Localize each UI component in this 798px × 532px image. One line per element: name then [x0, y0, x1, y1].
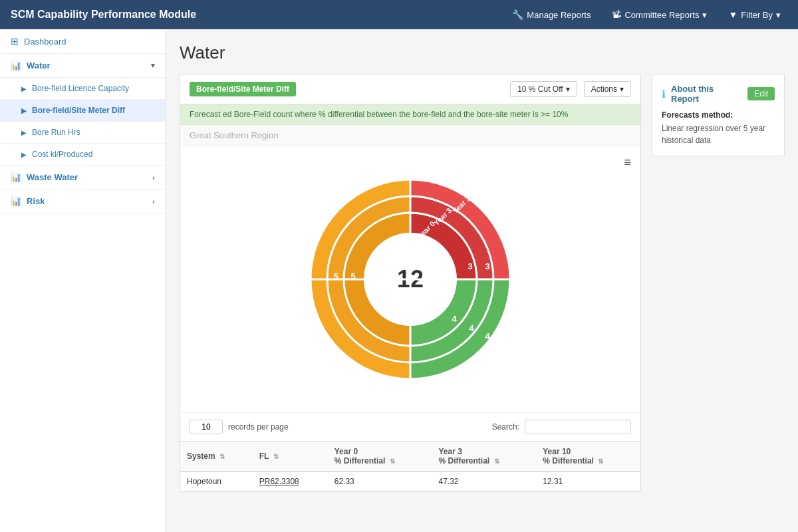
col-year10[interactable]: Year 10 % Differential ⇅ — [536, 442, 640, 472]
sidebar: ⊞ Dashboard 📊 Water ▾ ▶ Bore-field Licen… — [0, 29, 166, 532]
sort-icon: ⇅ — [390, 458, 395, 465]
sidebar-item-bore-field-site-meter[interactable]: ▶ Bore-field/Site Meter Diff — [0, 100, 166, 122]
info-icon: ℹ — [662, 88, 666, 100]
wrench-icon: 🔧 — [512, 9, 523, 20]
data-label-g-outer: 4 — [485, 331, 490, 341]
bullet-icon: ▶ — [21, 107, 27, 114]
sidebar-group-waste-water[interactable]: 📊 Waste Water ‹ — [0, 166, 166, 190]
search-input[interactable] — [525, 420, 631, 434]
records-per-page-label: records per page — [228, 422, 289, 432]
col-year3[interactable]: Year 3 % Differential ⇅ — [432, 442, 537, 472]
chevron-down-icon: ▾ — [776, 10, 781, 20]
report-description: Forecast ed Bore-Field count where % dif… — [180, 104, 640, 125]
table-controls: records per page Search: — [180, 412, 640, 441]
main-content: Water Bore-field/Site Meter Diff 10 % Cu… — [166, 29, 798, 532]
data-label-r-inner: 3 — [450, 263, 455, 273]
table-body: Hopetoun PR62.3308 62.33 47.32 12.31 — [180, 471, 640, 491]
sidebar-item-bore-field-licence[interactable]: ▶ Bore-field Licence Capacity — [0, 78, 166, 100]
table-row: Hopetoun PR62.3308 62.33 47.32 12.31 — [180, 471, 640, 491]
chevron-down-icon: ▾ — [566, 84, 570, 94]
sort-icon: ⇅ — [273, 453, 279, 460]
bullet-icon: ▶ — [21, 129, 27, 136]
sort-icon: ⇅ — [494, 458, 499, 465]
table-header-row: System ⇅ FL ⇅ Year 0 % Differential ⇅ Ye… — [180, 442, 640, 472]
data-label-r-outer: 3 — [485, 261, 489, 271]
dashboard-icon: ⊞ — [11, 36, 19, 47]
cutoff-button[interactable]: 10 % Cut Off ▾ — [510, 81, 577, 97]
forecast-method-text: Linear regression over 5 year historical… — [662, 122, 775, 146]
edit-button[interactable]: Edit — [747, 87, 775, 100]
chevron-icon: ‹ — [152, 174, 155, 182]
filter-icon: ▼ — [728, 9, 737, 20]
data-table: System ⇅ FL ⇅ Year 0 % Differential ⇅ Ye… — [180, 441, 640, 491]
records-per-page-input[interactable] — [190, 420, 223, 434]
info-card-header: ℹ About this Report Edit — [662, 84, 775, 104]
sort-icon: ⇅ — [219, 453, 225, 460]
bar-chart-icon: 📊 — [11, 61, 21, 70]
cell-year3: 47.32 — [432, 471, 537, 491]
chevron-icon: ‹ — [152, 198, 155, 205]
report-header: Bore-field/Site Meter Diff 10 % Cut Off … — [180, 74, 640, 104]
chevron-down-icon: ▾ — [151, 61, 155, 70]
manage-reports-button[interactable]: 🔧 Manage Reports — [505, 7, 597, 23]
forecast-method-title: Forecasts method: — [662, 110, 775, 120]
data-label-l-inner: 5 — [368, 271, 372, 281]
page-title: Water — [180, 43, 785, 63]
region-label: Great Southern Region — [180, 125, 640, 146]
sidebar-item-bore-run-hrs[interactable]: ▶ Bore Run Hrs — [0, 122, 166, 144]
bullet-icon: ▶ — [21, 151, 27, 158]
sidebar-item-cost-kl[interactable]: ▶ Cost kl/Produced — [0, 144, 166, 166]
bullet-icon: ▶ — [21, 85, 27, 92]
info-panel-title: About this Report — [671, 84, 742, 104]
data-label-g-middle: 4 — [469, 323, 474, 333]
cell-year0: 62.33 — [328, 471, 432, 491]
chart-container: ≡ — [180, 146, 640, 412]
chevron-down-icon: ▾ — [702, 10, 707, 20]
bar-chart-icon: 📊 — [11, 172, 21, 182]
committee-reports-button[interactable]: 📽 Committee Reports ▾ — [605, 7, 714, 23]
info-panel: ℹ About this Report Edit Forecasts metho… — [652, 74, 785, 492]
cell-fl[interactable]: PR62.3308 — [253, 471, 328, 491]
search-label: Search: — [492, 422, 519, 432]
sidebar-group-water[interactable]: 📊 Water ▾ — [0, 54, 166, 78]
bar-chart-icon: 📊 — [11, 196, 21, 206]
data-label-r-middle: 3 — [467, 261, 472, 271]
film-icon: 📽 — [612, 9, 621, 20]
actions-button[interactable]: Actions ▾ — [584, 81, 631, 97]
sort-icon: ⇅ — [598, 458, 603, 465]
chevron-down-icon: ▾ — [620, 84, 624, 94]
sidebar-item-dashboard[interactable]: ⊞ Dashboard — [0, 29, 166, 54]
donut-chart: 12 Year 10 Year 3 Year 0 3 3 — [291, 160, 530, 399]
top-navigation: SCM Capability Performance Module 🔧 Mana… — [0, 0, 798, 29]
chart-menu-icon[interactable]: ≡ — [624, 156, 631, 170]
data-label-l-outer: 5 — [333, 271, 338, 281]
col-fl[interactable]: FL ⇅ — [253, 442, 328, 472]
cell-year10: 12.31 — [536, 471, 640, 491]
sidebar-group-risk[interactable]: 📊 Risk ‹ — [0, 190, 166, 213]
info-card: ℹ About this Report Edit Forecasts metho… — [652, 74, 785, 156]
cell-system: Hopetoun — [180, 471, 253, 491]
data-label-g-inner: 4 — [452, 314, 457, 324]
filter-by-button[interactable]: ▼ Filter By ▾ — [722, 7, 787, 23]
data-label-l-middle: 5 — [350, 271, 355, 281]
report-card: Bore-field/Site Meter Diff 10 % Cut Off … — [180, 74, 641, 492]
col-year0[interactable]: Year 0 % Differential ⇅ — [328, 442, 432, 472]
app-title: SCM Capability Performance Module — [11, 9, 497, 21]
col-system[interactable]: System ⇅ — [180, 442, 253, 472]
report-badge: Bore-field/Site Meter Diff — [190, 82, 296, 96]
